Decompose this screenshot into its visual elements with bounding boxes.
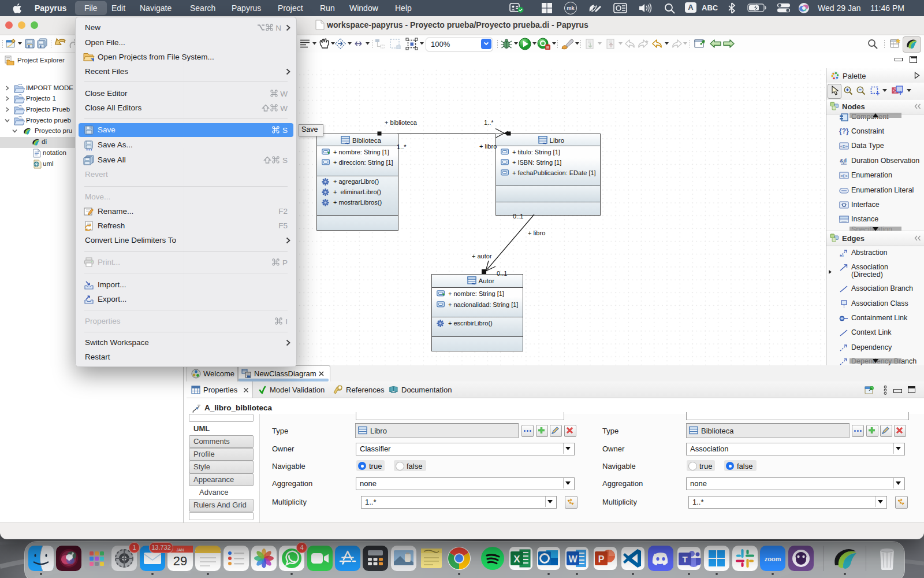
svg-text:zoom: zoom	[765, 555, 781, 562]
svg-text:&d: &d	[840, 158, 847, 164]
svg-text:P: P	[598, 554, 604, 564]
svg-text:JAN: JAN	[176, 548, 184, 552]
svg-text:29: 29	[173, 554, 187, 568]
svg-text:«E»: «E»	[840, 174, 848, 178]
svg-text:(a): (a)	[840, 254, 844, 257]
svg-text:X: X	[513, 554, 520, 565]
svg-text:T: T	[682, 554, 687, 564]
svg-text:W: W	[568, 554, 578, 564]
svg-text:«D»: «D»	[840, 144, 848, 149]
